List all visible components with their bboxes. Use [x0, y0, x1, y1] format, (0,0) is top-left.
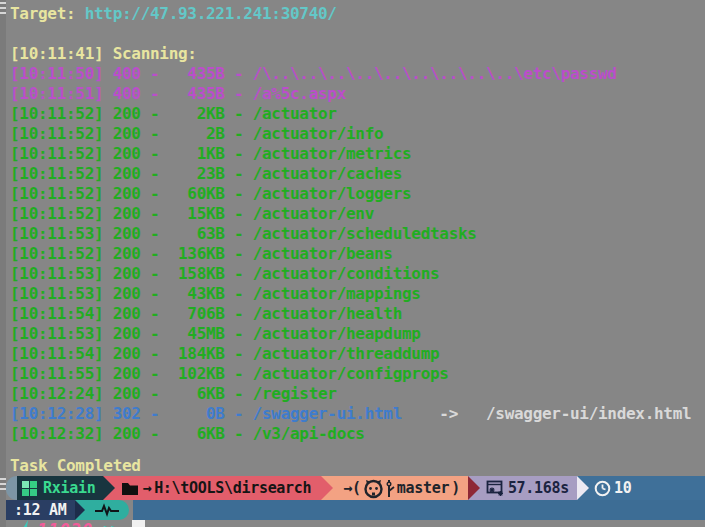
statusbar-branch: master: [397, 479, 449, 497]
task-completed: Task Completed: [0, 456, 705, 476]
prompt-number: 11030: [37, 520, 93, 527]
scan-result-row: [10:11:52] 200 - 136KB - /actuator/beans: [10, 244, 705, 264]
statusbar-username: Rxiain: [43, 479, 95, 497]
statusbar-fill-bar: [133, 500, 705, 520]
prompt-line-partial: 11030 >>: [0, 520, 705, 527]
git-segment-suffix: ): [451, 479, 460, 497]
powerline-arrow: [577, 476, 589, 500]
statusbar-row1: Rxiain →H:\tOOLS\dirsearch →( master) 5: [6, 476, 705, 500]
exec-window-icon: [486, 480, 505, 497]
scan-result-row: [10:11:53] 200 - 43KB - /actuator/mappin…: [10, 284, 705, 304]
scan-result-row: [10:11:53] 200 - 158KB - /actuator/condi…: [10, 264, 705, 284]
powerline-arrow: [468, 476, 480, 500]
scan-result-row: [10:12:32] 200 - 6KB - /v3/api-docs: [10, 424, 705, 444]
target-url: http://47.93.221.241:30740/: [85, 4, 337, 23]
arrow-right-icon: →: [142, 479, 151, 497]
powerline-arrow: [321, 476, 333, 500]
statusbar-clock-segment: 10: [589, 476, 705, 500]
scan-result-row: [10:11:52] 200 - 2B - /actuator/info: [10, 124, 705, 144]
terminal-cursor: [132, 520, 145, 527]
statusbar-time-segment: :12 AM: [6, 500, 75, 520]
scan-result-row: [10:11:52] 200 - 23B - /actuator/caches: [10, 164, 705, 184]
pulse-icon: [94, 503, 120, 517]
statusbar-clock-text: 10: [614, 479, 631, 497]
statusbar-git-segment: →( master): [333, 476, 468, 500]
target-label: Target:: [10, 4, 75, 23]
clock-icon: [594, 480, 611, 497]
scan-result-row: [10:11:52] 200 - 2KB - /actuator: [10, 104, 705, 124]
github-octocat-icon: [363, 478, 384, 499]
statusbar-row2: :12 AM: [6, 500, 705, 520]
window-left-edge: [0, 0, 6, 527]
statusbar-user-segment: Rxiain: [17, 476, 103, 500]
statusbar-left-cap: [6, 476, 17, 500]
statusbar-pulse-segment: [85, 500, 129, 520]
scan-result-row: [10:12:28] 302 - 0B - /swagger-ui.html -…: [10, 404, 705, 424]
scan-result-row: [10:12:24] 200 - 6KB - /register: [10, 384, 705, 404]
scan-result-row: [10:11:52] 200 - 1KB - /actuator/metrics: [10, 144, 705, 164]
statusbar-time: :12 AM: [14, 501, 66, 519]
scan-result-row: [10:11:53] 200 - 45MB - /actuator/heapdu…: [10, 324, 705, 344]
scan-result-row: [10:11:51] 400 - 435B - /a%5c.aspx: [10, 84, 705, 104]
blank-line: [10, 24, 705, 44]
prompt-chevrons-icon: >>: [103, 520, 117, 527]
terminal-output[interactable]: Target: http://47.93.221.241:30740/ [10:…: [10, 4, 705, 444]
target-line: Target: http://47.93.221.241:30740/: [10, 4, 705, 24]
git-segment-prefix: →(: [343, 479, 360, 497]
git-branch-icon: [386, 479, 395, 498]
window-edge-grip-icon: [0, 2, 6, 16]
folder-icon: [121, 481, 139, 496]
scan-result-row: [10:11:54] 200 - 184KB - /actuator/threa…: [10, 344, 705, 364]
window-edge-grip-icon: [0, 478, 6, 492]
scan-result-row: [10:11:53] 200 - 63B - /actuator/schedul…: [10, 224, 705, 244]
scan-result-row: [10:11:54] 200 - 706B - /actuator/health: [10, 304, 705, 324]
scanning-line: [10:11:41] Scanning:: [10, 44, 705, 64]
powerline-arrow: [103, 476, 115, 500]
statusbar-path: H:\tOOLS\dirsearch: [154, 479, 311, 497]
scan-result-row: [10:11:52] 200 - 15KB - /actuator/env: [10, 204, 705, 224]
lightning-icon: [20, 520, 33, 527]
terminal-bottom: Task Completed Rxiain →H:\tOOLS\dirsearc…: [0, 456, 705, 527]
scan-results: [10:11:50] 400 - 435B - /\..\..\..\..\..…: [10, 64, 705, 444]
statusbar-directory-segment: →H:\tOOLS\dirsearch: [115, 476, 321, 500]
statusbar-duration: 57.168s: [508, 479, 569, 497]
statusbar-duration-segment: 57.168s: [480, 476, 577, 500]
scan-result-row: [10:11:52] 200 - 60KB - /actuator/logger…: [10, 184, 705, 204]
windows-grid-icon: [21, 480, 38, 497]
powerline-arrow: [75, 500, 85, 520]
redirect-target: -> /swagger-ui/index.html: [402, 404, 691, 423]
scan-result-row: [10:11:50] 400 - 435B - /\..\..\..\..\..…: [10, 64, 705, 84]
scan-result-row: [10:11:55] 200 - 102KB - /actuator/confi…: [10, 364, 705, 384]
